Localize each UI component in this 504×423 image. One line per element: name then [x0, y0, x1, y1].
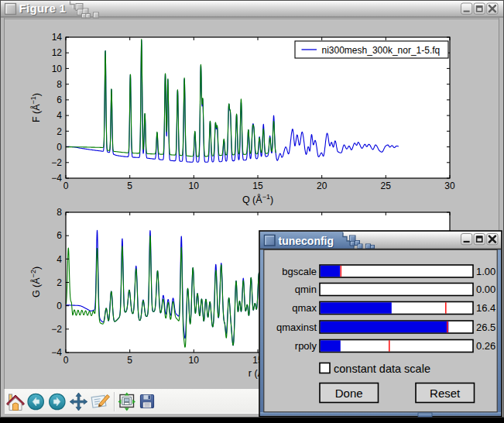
svg-text:2: 2 — [57, 126, 62, 137]
svg-text:bgscale: bgscale — [282, 266, 317, 277]
svg-text:Done: Done — [335, 387, 363, 400]
svg-text:0.00: 0.00 — [476, 284, 495, 295]
svg-text:1.00: 1.00 — [476, 266, 495, 277]
svg-text:5: 5 — [127, 181, 132, 191]
svg-text:10: 10 — [189, 181, 200, 191]
svg-text:5: 5 — [127, 355, 132, 366]
svg-text:−4: −4 — [51, 173, 62, 184]
svg-text:qmaxinst: qmaxinst — [276, 322, 317, 333]
svg-text:10: 10 — [189, 355, 200, 366]
svg-text:20: 20 — [317, 181, 327, 191]
svg-text:8: 8 — [57, 207, 62, 218]
svg-text:30: 30 — [444, 181, 455, 191]
svg-text:26.5: 26.5 — [476, 322, 495, 333]
svg-text:14: 14 — [52, 32, 63, 43]
svg-text:6: 6 — [57, 95, 62, 105]
svg-text:ni300mesh_300k_nor_1-5.fq: ni300mesh_300k_nor_1-5.fq — [322, 45, 441, 56]
svg-text:qmin: qmin — [295, 284, 317, 295]
svg-text:−2: −2 — [51, 324, 62, 335]
svg-text:rpoly: rpoly — [295, 340, 317, 352]
svg-text:0: 0 — [57, 142, 62, 153]
svg-text:10: 10 — [52, 64, 63, 74]
svg-text:8: 8 — [57, 79, 62, 90]
svg-text:tuneconfig: tuneconfig — [279, 235, 334, 247]
svg-text:16.4: 16.4 — [476, 302, 495, 314]
svg-text:0: 0 — [63, 181, 69, 191]
svg-text:12: 12 — [52, 47, 63, 58]
svg-text:15: 15 — [252, 181, 263, 191]
svg-text:0.26: 0.26 — [476, 340, 495, 352]
svg-text:constant data scale: constant data scale — [334, 363, 430, 375]
svg-text:qmax: qmax — [292, 302, 317, 314]
svg-text:2: 2 — [57, 277, 62, 288]
svg-text:4: 4 — [57, 110, 62, 121]
svg-text:0: 0 — [57, 301, 62, 311]
svg-text:Figure 1: Figure 1 — [19, 2, 67, 15]
svg-text:−4: −4 — [51, 347, 62, 358]
svg-text:0: 0 — [63, 355, 69, 366]
svg-text:25: 25 — [381, 181, 392, 191]
svg-text:4: 4 — [57, 254, 62, 265]
svg-text:−2: −2 — [51, 157, 62, 168]
svg-text:6: 6 — [57, 230, 62, 241]
svg-text:Reset: Reset — [430, 387, 461, 400]
